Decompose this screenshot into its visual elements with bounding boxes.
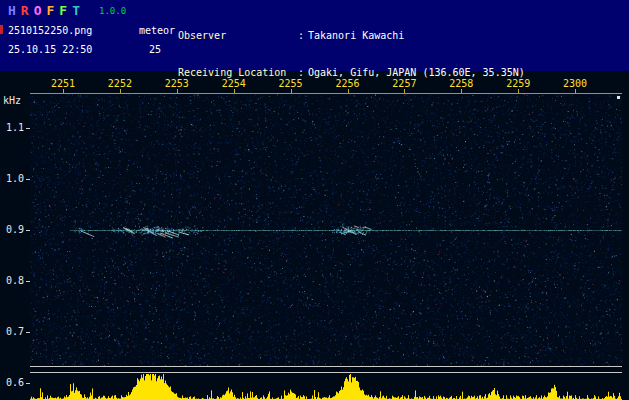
info-colon: : — [298, 30, 308, 42]
x-tick-label: 2258 — [446, 78, 476, 89]
observation-datetime: 25.10.15 22:50 — [8, 44, 92, 55]
x-tick-label: 2256 — [333, 78, 363, 89]
x-tick-label: 2252 — [105, 78, 135, 89]
y-tick-label: 1.1 — [2, 122, 24, 133]
separator-line-upper — [30, 366, 622, 367]
y-tick-label: 0.8 — [2, 275, 24, 286]
header-bar: HROFFT 1.0.0 2510152250.png meteor 25.10… — [0, 0, 629, 71]
app-version: 1.0.0 — [99, 6, 126, 16]
info-value: Takanori Kawachi — [308, 30, 404, 41]
y-tick-label: 1.0 — [2, 173, 24, 184]
x-tick-label: 2254 — [219, 78, 249, 89]
y-tick-label: 0.9 — [2, 224, 24, 235]
signal-level-canvas — [30, 373, 622, 400]
frequency-axis-unit: kHz — [3, 95, 21, 106]
x-tick-label: 2253 — [162, 78, 192, 89]
y-tick-label: 0.7 — [2, 326, 24, 337]
output-filename: 2510152250.png — [8, 25, 92, 36]
info-row-observer: Observer:Takanori Kawachi — [178, 30, 525, 42]
logo-letter: T — [72, 3, 80, 18]
x-tick-label: 2300 — [560, 78, 590, 89]
mode-label: meteor — [139, 25, 175, 36]
count-value: 25 — [149, 44, 161, 55]
logo-letter: H — [8, 3, 16, 18]
logo-letter: O — [34, 3, 42, 18]
hrofft-screenshot: HROFFT 1.0.0 2510152250.png meteor 25.10… — [0, 0, 629, 400]
logo-letter: F — [59, 3, 67, 18]
spectrogram-canvas — [30, 94, 622, 366]
y-tick-label: 0.6 — [2, 377, 24, 388]
x-tick-label: 2251 — [48, 78, 78, 89]
left-marker — [0, 25, 3, 34]
logo-letter: F — [46, 3, 54, 18]
x-tick-label: 2255 — [276, 78, 306, 89]
x-tick-label: 2257 — [389, 78, 419, 89]
logo-letter: R — [21, 3, 29, 18]
info-value: Ogaki, Gifu, JAPAN (136.60E, 35.35N) — [308, 67, 525, 78]
x-tick-label: 2259 — [503, 78, 533, 89]
info-label: Observer — [178, 30, 298, 42]
app-logo: HROFFT — [8, 3, 85, 18]
